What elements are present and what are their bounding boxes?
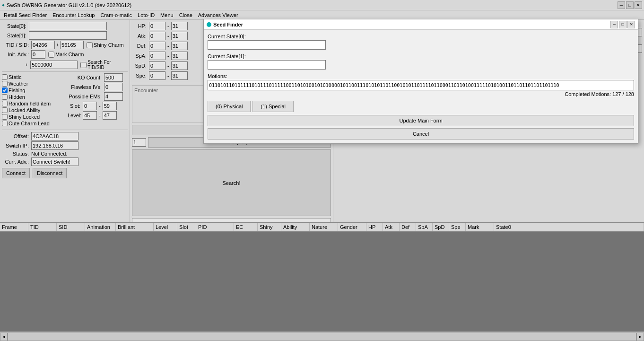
modal-overlay: Seed Finder ─ □ ✕ Current State[0]: Curr… (0, 0, 644, 341)
physical-button[interactable]: (0) Physical (208, 101, 251, 112)
modal-dot-icon (207, 22, 211, 27)
modal-close-btn[interactable]: ✕ (627, 21, 635, 28)
motions-label: Motions: (208, 73, 634, 79)
modal-maximize-btn[interactable]: □ (619, 21, 627, 28)
update-main-form-button[interactable]: Update Main Form (208, 115, 634, 126)
modal-cancel-button[interactable]: Cancel (208, 128, 634, 140)
motions-count: Completed Motions: 127 / 128 (208, 91, 634, 97)
modal-state0-label: Current State[0]: (208, 34, 634, 39)
seed-finder-modal: Seed Finder ─ □ ✕ Current State[0]: Curr… (203, 19, 638, 144)
modal-state1-label: Current State[1]: (208, 53, 634, 59)
modal-state0-input[interactable] (208, 40, 326, 50)
special-button[interactable]: (1) Special (252, 101, 294, 112)
modal-title-bar: Seed Finder ─ □ ✕ (204, 19, 638, 30)
modal-title: Seed Finder (213, 22, 243, 27)
motions-input[interactable] (208, 80, 634, 90)
modal-state1-input[interactable] (208, 60, 326, 70)
modal-minimize-btn[interactable]: ─ (610, 21, 618, 28)
